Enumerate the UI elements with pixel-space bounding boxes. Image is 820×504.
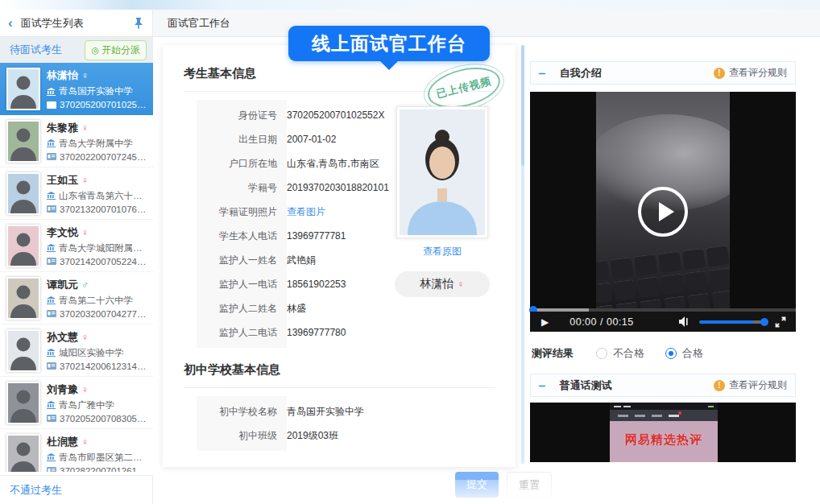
radio-pass[interactable]: 合格 (665, 346, 703, 361)
view-scoring-rules-link[interactable]: ! 查看评分规则 (714, 66, 787, 80)
keyboard-graphic (596, 244, 730, 309)
self-intro-video-player[interactable]: ▶ 00:00 / 00:15 (530, 92, 796, 332)
school-icon (47, 192, 56, 200)
student-id: 370203200704277017 (47, 309, 147, 319)
id-card-icon (47, 205, 56, 213)
student-list-item[interactable]: 杜润慧♀ 青岛市即墨区第二十… 370282200701261541 (0, 429, 153, 472)
student-name: 林潇怡♀ (47, 68, 147, 83)
student-avatar (6, 434, 40, 473)
volume-icon[interactable] (679, 316, 691, 327)
student-info: 朱黎雅♀ 青岛大学附属中学 370202200707245428 (47, 121, 147, 162)
field-label: 监护人一电话 (197, 278, 287, 291)
fullscreen-icon[interactable] (775, 316, 786, 328)
student-info: 王如玉♀ 山东省青岛第六十三… 370213200701076028 (47, 173, 147, 214)
student-name: 杜润慧♀ (47, 435, 147, 449)
collapse-icon[interactable]: ‒ (539, 379, 545, 392)
view-image-link[interactable]: 查看图片 (287, 205, 325, 219)
id-card-icon (47, 310, 56, 317)
form-row: 学籍号 2019370203018820101 (197, 176, 398, 200)
candidate-name-badge: 林潇怡♀ (395, 271, 490, 297)
school-icon (47, 349, 56, 357)
play-overlay-button[interactable] (638, 187, 688, 237)
field-label: 监护人二电话 (197, 326, 287, 340)
view-original-photo-link[interactable]: 查看原图 (423, 245, 462, 258)
field-value: 13969777780 (287, 327, 346, 338)
student-list: 林潇怡♀ 青岛国开实验中学 37020520070102552X 朱黎雅♀ 青岛… (0, 63, 153, 472)
form-row: 户口所在地 山东省,青岛市,市南区 (197, 151, 398, 176)
gender-icon: ♀ (81, 70, 89, 81)
form-row: 学籍证明照片 查看图片 (197, 200, 398, 224)
vertical-scrollbar[interactable] (521, 45, 524, 464)
sidebar-footer: 不通过考生 (0, 475, 153, 504)
pending-candidates-tab[interactable]: 待面试考生 (10, 43, 85, 57)
student-info: 孙文慧♀ 城阳区实验中学 370214200612314828 (47, 330, 147, 371)
form-row: 初中班级 2019级03班 (197, 423, 438, 448)
evaluation-result-row: 测评结果 不合格 合格 (532, 346, 724, 361)
tab-interviewer-workbench[interactable]: 面试官工作台 (153, 10, 245, 36)
student-id: 370282200701261541 (47, 466, 147, 473)
form-row: 初中学校名称 青岛国开实验中学 (197, 399, 438, 423)
student-list-item[interactable]: 林潇怡♀ 青岛国开实验中学 37020520070102552X (0, 63, 153, 115)
student-list-item[interactable]: 王如玉♀ 山东省青岛第六十三… 370213200701076028 (0, 167, 153, 220)
collapse-icon[interactable]: ‒ (539, 67, 545, 80)
reset-button[interactable]: 重置 (507, 472, 552, 498)
view-scoring-rules-link[interactable]: ! 查看评分规则 (714, 378, 787, 392)
school-icon (47, 244, 56, 252)
failed-candidates-link[interactable]: 不通过考生 (10, 483, 62, 498)
student-school: 青岛广雅中学 (47, 399, 147, 411)
student-list-item[interactable]: 孙文慧♀ 城阳区实验中学 370214200612314828 (0, 324, 153, 377)
back-chevron-icon[interactable]: ‹ (8, 15, 13, 31)
student-info: 林潇怡♀ 青岛国开实验中学 37020520070102552X (47, 68, 147, 109)
field-value: 2019370203018820101 (287, 182, 389, 193)
candidate-photo-column: 查看原图 林潇怡♀ (390, 106, 495, 297)
student-avatar (6, 120, 40, 163)
id-card-icon (47, 153, 56, 160)
radio-fail[interactable]: 不合格 (596, 346, 644, 361)
radio-circle[interactable] (596, 348, 607, 359)
id-card-icon (47, 362, 56, 370)
student-list-item[interactable]: 李文悦♀ 青岛大学城阳附属中学 370214200705224821 (0, 220, 153, 272)
gender-icon: ♀ (81, 175, 89, 186)
gender-icon: ♀ (81, 122, 89, 134)
student-name: 刘青豫♀ (47, 382, 147, 397)
self-intro-panel-header: ‒ 自我介绍 ! 查看评分规则 (530, 61, 796, 85)
pin-icon[interactable] (133, 17, 144, 29)
volume-slider[interactable] (699, 320, 767, 324)
gender-icon: ♂ (81, 279, 89, 291)
id-card-icon (47, 258, 56, 265)
student-avatar (6, 382, 40, 424)
result-label: 测评结果 (532, 346, 574, 361)
gender-icon: ♀ (81, 227, 89, 238)
student-info: 谭凯元♂ 青岛第二十六中学 370203200704277017 (47, 278, 147, 319)
school-info-section-title: 初中学校基本信息 (184, 362, 495, 378)
student-school: 青岛市即墨区第二十… (47, 452, 147, 464)
phone-nav-bar (610, 410, 718, 421)
start-assign-button[interactable]: ◎ 开始分派 (85, 40, 147, 60)
footer-buttons: 提交 重置 (455, 472, 552, 498)
mandarin-video-player[interactable]: 网易精选热评 (530, 403, 796, 462)
student-list-item[interactable]: 刘青豫♀ 青岛广雅中学 370205200708305524 (0, 377, 153, 429)
radio-circle[interactable] (665, 348, 677, 359)
field-label: 初中学校名称 (197, 405, 287, 419)
candidate-detail-card: 考生基本信息 已上传视频 身份证号 37020520070102552X 出生日… (163, 45, 516, 467)
sidebar-subheader: 待面试考生 ◎ 开始分派 (0, 37, 153, 63)
student-id: 370202200707245428 (47, 152, 147, 162)
student-id: 370205200708305524 (47, 414, 147, 423)
workbench-callout: 线上面试官工作台 (288, 26, 490, 61)
sidebar-header: ‹ 面试学生列表 (0, 10, 153, 37)
student-id: 370214200612314828 (47, 361, 147, 371)
student-school: 青岛第二十六中学 (47, 295, 147, 307)
school-icon (47, 401, 56, 409)
field-value: 13969777781 (287, 230, 346, 242)
field-label: 监护人一姓名 (197, 254, 287, 267)
student-list-item[interactable]: 朱黎雅♀ 青岛大学附属中学 370202200707245428 (0, 115, 153, 167)
volume-handle[interactable] (760, 318, 768, 326)
field-label: 监护人二姓名 (197, 302, 287, 316)
submit-button[interactable]: 提交 (455, 472, 499, 498)
play-button[interactable]: ▶ (541, 316, 549, 328)
student-list-item[interactable]: 谭凯元♂ 青岛第二十六中学 370203200704277017 (0, 272, 153, 324)
form-row: 出生日期 2007-01-02 (197, 127, 398, 151)
video-controls: ▶ 00:00 / 00:15 (530, 312, 796, 332)
field-label: 初中班级 (197, 429, 287, 443)
school-icon (47, 296, 56, 304)
